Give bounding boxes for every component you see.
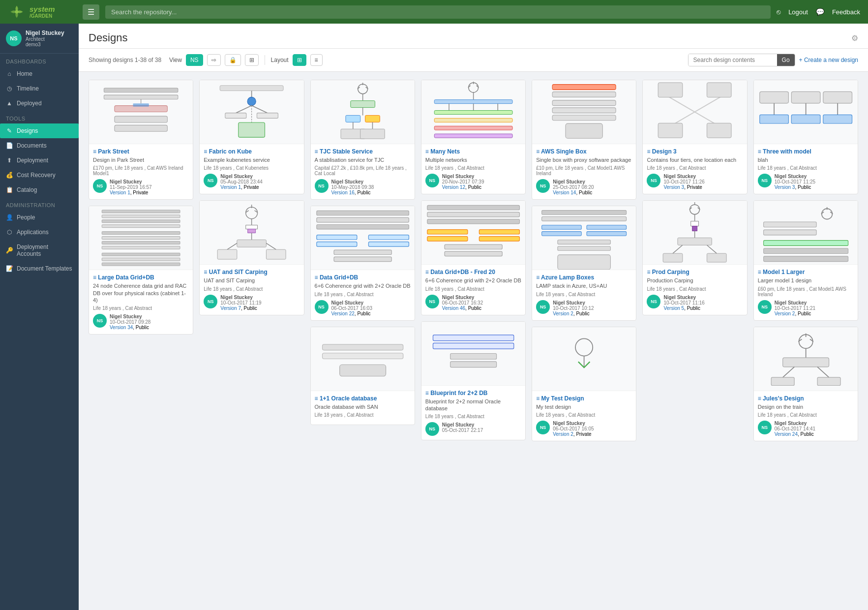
card-body: AWS Single Box Single box with proxy sof… xyxy=(532,144,636,199)
card-author-info: Nigel Stuckey 06-Oct-2017 16:03 Version … xyxy=(331,300,372,316)
card-desc: LAMP stack in Azure, US+AU xyxy=(536,282,632,289)
version-link[interactable]: Version 2 xyxy=(553,431,573,437)
logout-link[interactable]: Logout xyxy=(788,8,808,16)
design-search-input[interactable] xyxy=(688,54,777,66)
version-link[interactable]: Version 34 xyxy=(110,325,133,330)
version-link[interactable]: Version 2 xyxy=(553,311,573,316)
version-link[interactable]: Version 2 xyxy=(775,311,795,316)
card-title[interactable]: UAT and SIT Carping xyxy=(204,269,299,275)
sidebar-item-deployment-accounts[interactable]: 🔑Deployment Accounts xyxy=(0,240,79,261)
card-body: Blueprint for 2+2 DB Blueprint for 2+2 n… xyxy=(421,386,525,440)
layout-list-btn[interactable]: ≡ xyxy=(310,54,323,66)
view-lock-btn[interactable]: 🔒 xyxy=(225,54,241,66)
repository-search[interactable] xyxy=(105,5,771,19)
card-version: Version 24, Public xyxy=(775,431,815,437)
card-footer: NS Nigel Stuckey 10-Oct-2017 11:25 Versi… xyxy=(758,174,854,190)
card-version: Version 7, Public xyxy=(220,305,261,311)
card-title[interactable]: Design 3 xyxy=(647,148,743,155)
sidebar-item-home[interactable]: ⌂Home xyxy=(0,66,79,81)
card-title[interactable]: AWS Single Box xyxy=(536,148,632,155)
version-link[interactable]: Version 14 xyxy=(553,190,576,195)
card-body: 1+1 Oracle database Oracle database with… xyxy=(311,391,415,425)
sidebar-item-deployed-label: Deployed xyxy=(17,100,42,107)
card-title[interactable]: Jules's Design xyxy=(758,395,854,402)
card-meta: Life 18 years , Cat Abstract xyxy=(425,165,521,171)
version-link[interactable]: Version 1 xyxy=(110,190,130,195)
card-meta: Life 18 years , Cat Abstract xyxy=(204,286,299,292)
card-title[interactable]: My Test Design xyxy=(536,395,632,402)
settings-icon[interactable]: ⚙ xyxy=(851,33,858,43)
sidebar-item-documents[interactable]: 📄Documents xyxy=(0,138,79,153)
card-version: Version 14, Public xyxy=(553,190,594,195)
card-footer: NS Nigel Stuckey 06-Oct-2017 16:03 Versi… xyxy=(315,300,411,316)
version-link[interactable]: Version 24 xyxy=(775,431,798,437)
version-link[interactable]: Version 3 xyxy=(775,184,795,190)
author-name: Nigel Stuckey xyxy=(553,179,594,184)
card-footer: NS Nigel Stuckey 10-Oct-2017 10:12 Versi… xyxy=(536,300,632,316)
layout-grid-btn[interactable]: ⊞ xyxy=(293,54,306,66)
card-title[interactable]: Azure Lamp Boxes xyxy=(536,274,632,281)
card-model1-larger: Model 1 Larger Larger model 1 design £60… xyxy=(753,200,858,320)
version-link[interactable]: Version 3 xyxy=(663,184,684,190)
svg-rect-100 xyxy=(542,217,627,221)
svg-rect-62 xyxy=(334,250,391,254)
view-share-btn[interactable]: ⇨ xyxy=(207,54,221,66)
card-desc: Contains four tiers, one location each xyxy=(647,156,743,163)
card-version: Version 1, Private xyxy=(220,184,263,190)
author-avatar: NS xyxy=(93,314,107,328)
card-desc: Single box with proxy software package xyxy=(536,156,632,163)
card-title[interactable]: Model 1 Larger xyxy=(758,269,854,275)
svg-rect-88 xyxy=(445,251,502,256)
version-link[interactable]: Version 5 xyxy=(663,305,684,311)
view-group-btn[interactable]: ⊞ xyxy=(245,54,259,66)
create-design-button[interactable]: + Create a new design xyxy=(799,57,858,63)
card-desc: 24 node Coherence data grid and RAC DB o… xyxy=(93,282,189,304)
card-title[interactable]: Prod Carping xyxy=(647,269,743,275)
card-desc: Design on the train xyxy=(758,403,854,410)
user-profile[interactable]: NS Nigel Stuckey Architect demo3 xyxy=(0,24,79,54)
search-go-button[interactable]: Go xyxy=(777,54,795,66)
sidebar-item-catalog[interactable]: 📋Catalog xyxy=(0,183,79,197)
svg-rect-9 xyxy=(102,210,180,213)
card-author-info: Nigel Stuckey 10-Oct-2017 11:19 Version … xyxy=(220,295,261,311)
author-name: Nigel Stuckey xyxy=(220,174,263,179)
version-link[interactable]: Version 7 xyxy=(220,305,241,311)
sidebar-item-applications[interactable]: ⬡Applications xyxy=(0,225,79,240)
card-title[interactable]: Large Data Grid+DB xyxy=(93,274,189,281)
version-link[interactable]: Version 16 xyxy=(331,190,355,195)
card-title[interactable]: Park Street xyxy=(93,148,189,155)
card-title[interactable]: TJC Stable Service xyxy=(315,148,411,155)
sidebar-item-cost-recovery[interactable]: 💰Cost Recovery xyxy=(0,168,79,183)
sidebar-item-timeline[interactable]: ◷Timeline xyxy=(0,81,79,96)
sidebar-item-people[interactable]: 👤People xyxy=(0,210,79,225)
page-header: Designs ⚙ xyxy=(79,24,868,49)
author-name: Nigel Stuckey xyxy=(663,174,704,179)
sidebar-item-document-templates[interactable]: 📝Document Templates xyxy=(0,261,79,276)
svg-rect-19 xyxy=(102,263,180,266)
version-link[interactable]: Version 12 xyxy=(442,184,465,190)
svg-point-22 xyxy=(247,97,256,105)
version-link[interactable]: Version 22 xyxy=(331,311,355,316)
card-title[interactable]: Three with model xyxy=(758,148,854,155)
card-title[interactable]: Fabric on Kube xyxy=(204,148,299,155)
card-title[interactable]: 1+1 Oracle database xyxy=(315,395,411,402)
card-title[interactable]: Data Grid+DB - Fred 20 xyxy=(425,269,521,275)
svg-rect-66 xyxy=(339,365,386,376)
card-desc: UAT and SIT Carping xyxy=(204,277,299,284)
view-ns-btn[interactable]: NS xyxy=(186,54,203,66)
card-title[interactable]: Many Nets xyxy=(425,148,521,155)
sidebar-item-designs[interactable]: ✎Designs xyxy=(0,123,79,138)
card-title[interactable]: Blueprint for 2+2 DB xyxy=(425,390,521,396)
svg-rect-55 xyxy=(316,211,409,215)
timeline-icon: ◷ xyxy=(6,85,13,92)
hamburger-menu[interactable]: ☰ xyxy=(83,4,99,20)
card-title[interactable]: Data Grid+DB xyxy=(315,274,411,281)
card-thumb xyxy=(532,80,636,144)
version-link[interactable]: Version 46 xyxy=(442,305,465,311)
sidebar-item-deployed[interactable]: ▲Deployed xyxy=(0,96,79,111)
version-link[interactable]: Version 1 xyxy=(220,184,241,190)
feedback-link[interactable]: Feedback xyxy=(832,8,860,16)
sidebar-item-deployment[interactable]: ⬆Deployment xyxy=(0,153,79,168)
svg-rect-104 xyxy=(587,232,627,236)
card-meta: £10 pm, Life 18 years , Cat Model1 AWS I… xyxy=(536,165,632,176)
